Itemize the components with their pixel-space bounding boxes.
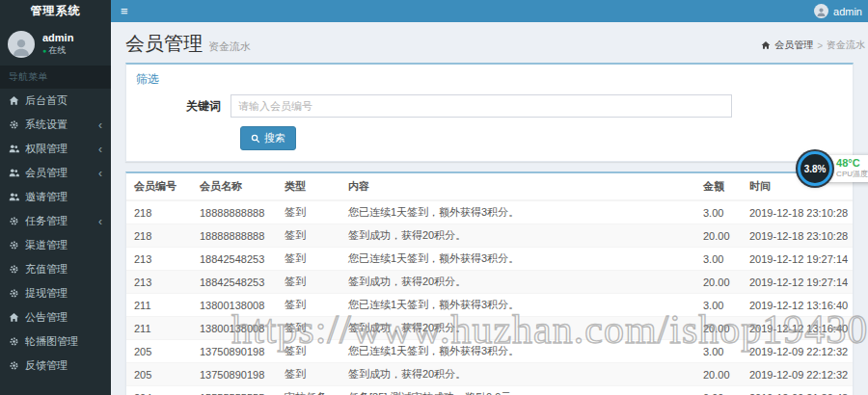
gear-icon — [9, 336, 19, 347]
sidebar-menu: 后台首页系统设置‹权限管理‹会员管理‹邀请管理任务管理‹渠道管理充值管理提现管理… — [0, 89, 111, 378]
sidebar-item-label: 系统设置 — [25, 118, 68, 132]
page-subtitle: 资金流水 — [208, 40, 251, 52]
table-cell: 211 — [126, 317, 192, 340]
sidebar-item-1[interactable]: 系统设置‹ — [0, 113, 111, 137]
filter-panel-title: 筛选 — [126, 65, 853, 91]
table-row: 21818888888888签到您已连续1天签到，额外获得3积分。3.00201… — [126, 200, 853, 224]
sidebar-item-2[interactable]: 权限管理‹ — [0, 137, 111, 161]
sidebar-item-11[interactable]: 反馈管理 — [0, 354, 111, 378]
table-row: 20513750890198签到您已连续1天签到，额外获得3积分。3.00201… — [126, 340, 853, 363]
brand-logo[interactable]: 管理系统 — [0, 0, 111, 22]
content-header: 会员管理资金流水 会员管理 > 资金流水 — [111, 22, 868, 63]
gear-icon — [9, 216, 19, 226]
sidebar-item-label: 后台首页 — [25, 93, 68, 108]
table-cell: 18888888888 — [192, 200, 277, 224]
table-cell: 20.00 — [695, 317, 742, 340]
sidebar-item-4[interactable]: 邀请管理 — [0, 185, 111, 209]
users-icon — [9, 192, 19, 202]
table-cell: 签到 — [277, 363, 340, 386]
table-cell: 204 — [126, 386, 192, 395]
sidebar-item-7[interactable]: 充值管理 — [0, 257, 111, 281]
breadcrumb-item-member-mgmt[interactable]: 会员管理 — [774, 39, 813, 52]
topbar-user-menu[interactable]: admin — [814, 4, 868, 18]
table-row: 21113800138008签到您已连续1天签到，额外获得3积分。3.00201… — [126, 294, 853, 317]
table-cell: 签到成功，获得20积分。 — [340, 271, 695, 294]
sidebar-item-label: 邀请管理 — [25, 190, 68, 204]
column-header: 会员名称 — [192, 173, 277, 200]
sidebar-toggle-hamburger-icon[interactable]: ≡ — [111, 0, 138, 22]
home-icon — [9, 95, 19, 106]
sidebar-item-3[interactable]: 会员管理‹ — [0, 161, 111, 185]
sidebar-section-header: 导航菜单 — [0, 66, 111, 89]
table-cell: 签到 — [277, 248, 340, 271]
table-cell: 签到 — [277, 340, 340, 363]
cpu-usage-gauge: 3.8% — [798, 151, 832, 186]
table-cell: 签到 — [277, 317, 340, 340]
table-cell: 2019-12-12 13:16:40 — [742, 294, 853, 317]
gear-icon — [9, 360, 19, 371]
table-cell: 20.00 — [695, 363, 742, 386]
sidebar-item-5[interactable]: 任务管理‹ — [0, 209, 111, 233]
table-cell: 15555555555 — [192, 386, 277, 395]
table-cell: 签到 — [277, 200, 340, 224]
sidebar: admin ●在线 导航菜单 后台首页系统设置‹权限管理‹会员管理‹邀请管理任务… — [0, 22, 111, 395]
sidebar-item-label: 任务管理 — [25, 214, 68, 228]
table-cell: 205 — [126, 340, 192, 363]
table-cell: 20.00 — [695, 224, 742, 248]
table-cell: 18842548253 — [192, 248, 277, 271]
table-cell: 您已连续1天签到，额外获得3积分。 — [340, 294, 695, 317]
table-cell: 20.00 — [695, 271, 742, 294]
table-cell: 您已连续1天签到，额外获得3积分。 — [340, 248, 695, 271]
sidebar-item-6[interactable]: 渠道管理 — [0, 233, 111, 257]
table-header-row: 会员编号会员名称类型内容金额时间 — [126, 173, 853, 200]
table-cell: 2019-12-12 19:27:14 — [742, 271, 853, 294]
records-table: 会员编号会员名称类型内容金额时间 21818888888888签到您已连续1天签… — [126, 173, 853, 395]
column-header: 类型 — [277, 173, 340, 200]
table-cell: 2019-12-09 22:12:32 — [742, 340, 853, 363]
chevron-left-icon: ‹ — [98, 120, 102, 130]
table-cell: 18842548253 — [192, 271, 277, 294]
search-icon — [251, 134, 260, 144]
table-cell: 0.90 — [695, 386, 742, 395]
table-row: 20415555555555审核任务任务[35]-测试审核成功，奖励0.9元。0… — [126, 386, 853, 395]
search-button[interactable]: 搜索 — [240, 126, 296, 150]
sidebar-username: admin — [42, 32, 73, 44]
table-cell: 218 — [126, 224, 192, 248]
table-cell: 3.00 — [695, 248, 742, 271]
users-icon — [9, 168, 19, 178]
table-cell: 3.00 — [695, 294, 742, 317]
table-cell: 13800138008 — [192, 294, 277, 317]
table-cell: 218 — [126, 200, 192, 224]
table-cell: 213 — [126, 248, 192, 271]
table-cell: 13800138008 — [192, 317, 277, 340]
keyword-input[interactable] — [231, 94, 732, 118]
table-row: 20513750890198签到签到成功，获得20积分。20.002019-12… — [126, 363, 853, 386]
topbar-username: admin — [833, 6, 862, 17]
cpu-percent: 3.8% — [804, 164, 827, 174]
online-status: ●在线 — [42, 44, 73, 57]
page-title: 会员管理 — [125, 33, 203, 54]
sidebar-item-label: 渠道管理 — [25, 238, 68, 252]
users-icon — [9, 144, 19, 154]
table-cell: 2019-12-09 21:30:48 — [742, 386, 853, 395]
table-cell: 签到成功，获得20积分。 — [340, 224, 695, 248]
cpu-temp-label: CPU温度 — [836, 169, 868, 180]
column-header: 会员编号 — [126, 173, 192, 200]
breadcrumb-item-current: 资金流水 — [827, 39, 865, 52]
sidebar-item-label: 会员管理 — [25, 166, 68, 180]
table-cell: 审核任务 — [277, 386, 340, 395]
sidebar-item-0[interactable]: 后台首页 — [0, 89, 111, 113]
sidebar-item-9[interactable]: 公告管理 — [0, 305, 111, 329]
column-header: 内容 — [340, 173, 695, 200]
breadcrumb: 会员管理 > 资金流水 — [761, 39, 865, 52]
table-cell: 您已连续1天签到，额外获得3积分。 — [340, 200, 695, 224]
gear-icon — [9, 240, 19, 250]
gear-icon — [9, 119, 19, 130]
table-row: 21318842548253签到您已连续1天签到，额外获得3积分。3.00201… — [126, 248, 853, 271]
table-cell: 签到 — [277, 224, 340, 248]
topbar: 管理系统 ≡ admin — [0, 0, 868, 22]
table-cell: 您已连续1天签到，额外获得3积分。 — [340, 340, 695, 363]
table-cell: 任务[35]-测试审核成功，奖励0.9元。 — [340, 386, 695, 395]
sidebar-item-10[interactable]: 轮播图管理 — [0, 329, 111, 354]
sidebar-item-8[interactable]: 提现管理 — [0, 281, 111, 305]
